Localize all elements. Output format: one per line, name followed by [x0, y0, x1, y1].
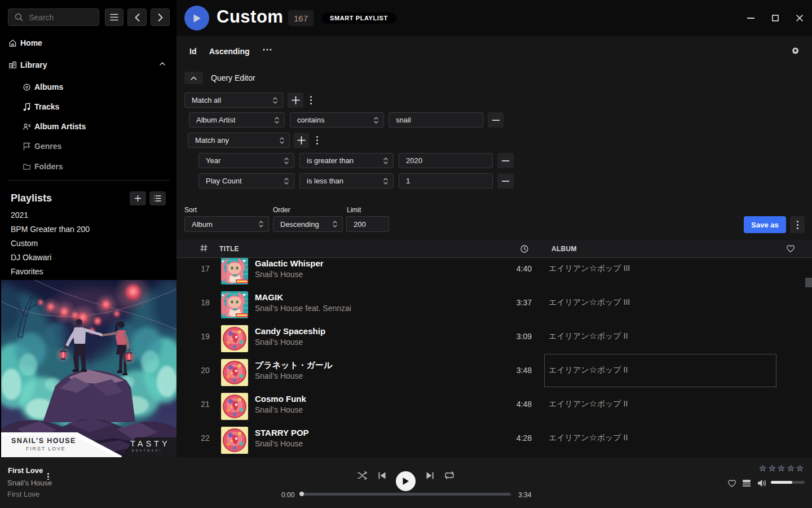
- svg-text:BEATMAXI: BEATMAXI: [132, 449, 162, 452]
- svg-text:TASTY: TASTY: [130, 439, 170, 448]
- svg-text:SNAIL’S HOUSE: SNAIL’S HOUSE: [11, 437, 76, 445]
- svg-text:FIRST LOVE: FIRST LOVE: [26, 446, 65, 452]
